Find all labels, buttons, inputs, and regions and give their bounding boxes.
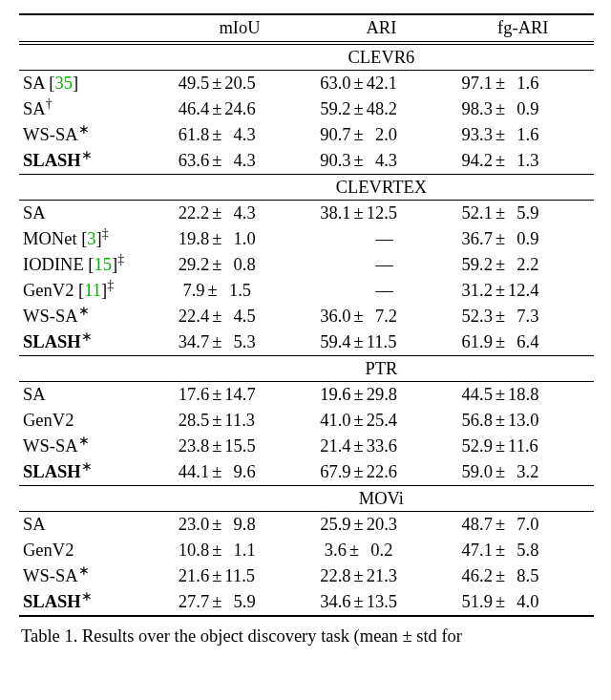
table-row: SLASH∗44.1± 9.667.9±22.659.0± 3.2 — [19, 459, 594, 486]
table-row: SA†46.4±24.659.2±48.298.3± 0.9 — [19, 96, 594, 122]
table-row: GenV2 [11]‡ 7.9± 1.5—31.2±12.4 — [19, 278, 594, 304]
section-header: CLEVR6 — [19, 45, 594, 71]
table-cell: 59.2± 2.2 — [453, 252, 594, 278]
section-header: MOVi — [19, 486, 594, 512]
method-name: GenV2 — [19, 408, 169, 434]
table-cell: 34.7± 5.3 — [169, 329, 310, 356]
table-cell: — — [310, 226, 452, 252]
table-cell: 22.4± 4.5 — [169, 304, 310, 329]
method-name: SA — [19, 512, 169, 539]
table-cell: 25.9±20.3 — [310, 512, 452, 539]
table-row: GenV210.8± 1.1 3.6± 0.247.1± 5.8 — [19, 538, 594, 563]
table-cell: 48.7± 7.0 — [453, 512, 594, 539]
table-row: SLASH∗27.7± 5.934.6±13.551.9± 4.0 — [19, 589, 594, 616]
method-name: MONet [3]‡ — [19, 226, 169, 252]
table-cell: 59.0± 3.2 — [453, 459, 594, 486]
table-row: WS-SA∗22.4± 4.536.0± 7.252.3± 7.3 — [19, 304, 594, 329]
table-cell: 51.9± 4.0 — [453, 589, 594, 616]
table-cell: 44.5±18.8 — [453, 382, 594, 409]
table-cell: 98.3± 0.9 — [453, 96, 594, 122]
table-cell: 90.7± 2.0 — [310, 122, 452, 148]
table-cell: — — [310, 278, 452, 304]
table-cell: 44.1± 9.6 — [169, 459, 310, 486]
citation-ref[interactable]: 11 — [84, 281, 101, 300]
method-name: SLASH∗ — [19, 589, 169, 616]
col-fgari: fg-ARI — [453, 14, 594, 42]
table-cell: 59.4±11.5 — [310, 329, 452, 356]
col-ari: ARI — [310, 14, 452, 42]
table-cell: 22.2± 4.3 — [169, 201, 310, 227]
table-cell: 19.6±29.8 — [310, 382, 452, 409]
table-row: SA22.2± 4.338.1±12.552.1± 5.9 — [19, 201, 594, 227]
table-cell: 90.3± 4.3 — [310, 148, 452, 175]
method-name: SLASH∗ — [19, 459, 169, 486]
table-cell: 46.4±24.6 — [169, 96, 310, 122]
method-name: GenV2 [11]‡ — [19, 278, 169, 304]
table-cell: 63.6± 4.3 — [169, 148, 310, 175]
table-cell: 7.9± 1.5 — [169, 278, 310, 304]
table-row: SLASH∗34.7± 5.359.4±11.561.9± 6.4 — [19, 329, 594, 356]
caption-text: Results over the object discovery task (… — [82, 626, 462, 646]
table-cell: 59.2±48.2 — [310, 96, 452, 122]
table-cell: 94.2± 1.3 — [453, 148, 594, 175]
table-cell: — — [310, 252, 452, 278]
method-name: WS-SA∗ — [19, 304, 169, 329]
table-cell: 19.8± 1.0 — [169, 226, 310, 252]
table-row: SA17.6±14.719.6±29.844.5±18.8 — [19, 382, 594, 409]
method-name: SLASH∗ — [19, 148, 169, 175]
method-name: WS-SA∗ — [19, 434, 169, 459]
table-cell: 56.8±13.0 — [453, 408, 594, 434]
results-table: mIoU ARI fg-ARI CLEVR6SA [35]49.5±20.563… — [19, 13, 594, 617]
section-header: PTR — [19, 356, 594, 382]
citation-ref[interactable]: 3 — [87, 229, 95, 248]
table-row: MONet [3]‡19.8± 1.0—36.7± 0.9 — [19, 226, 594, 252]
table-cell: 21.4±33.6 — [310, 434, 452, 459]
table-cell: 17.6±14.7 — [169, 382, 310, 409]
table-cell: 61.8± 4.3 — [169, 122, 310, 148]
table-cell: 34.6±13.5 — [310, 589, 452, 616]
table-cell: 41.0±25.4 — [310, 408, 452, 434]
method-name: SA [35] — [19, 71, 169, 97]
table-cell: 63.0±42.1 — [310, 71, 452, 97]
method-name: WS-SA∗ — [19, 122, 169, 148]
table-caption: Table 1. Results over the object discove… — [19, 617, 594, 648]
table-row: SA23.0± 9.825.9±20.348.7± 7.0 — [19, 512, 594, 539]
table-row: SLASH∗63.6± 4.390.3± 4.394.2± 1.3 — [19, 148, 594, 175]
citation-ref[interactable]: 35 — [54, 74, 73, 93]
table-row: GenV228.5±11.341.0±25.456.8±13.0 — [19, 408, 594, 434]
table-cell: 67.9±22.6 — [310, 459, 452, 486]
table-cell: 10.8± 1.1 — [169, 538, 310, 563]
header-row: mIoU ARI fg-ARI — [19, 14, 594, 42]
table-cell: 27.7± 5.9 — [169, 589, 310, 616]
caption-prefix: Table 1. — [21, 626, 77, 646]
method-name: GenV2 — [19, 538, 169, 563]
table-cell: 52.3± 7.3 — [453, 304, 594, 329]
table-cell: 49.5±20.5 — [169, 71, 310, 97]
table-row: WS-SA∗23.8±15.521.4±33.652.9±11.6 — [19, 434, 594, 459]
table-row: SA [35]49.5±20.563.0±42.197.1± 1.6 — [19, 71, 594, 97]
table-row: WS-SA∗21.6±11.522.8±21.346.2± 8.5 — [19, 563, 594, 589]
citation-ref[interactable]: 15 — [95, 255, 113, 274]
table-cell: 52.1± 5.9 — [453, 201, 594, 227]
table-cell: 21.6±11.5 — [169, 563, 310, 589]
table-row: IODINE [15]‡29.2± 0.8—59.2± 2.2 — [19, 252, 594, 278]
method-name: WS-SA∗ — [19, 563, 169, 589]
table-cell: 61.9± 6.4 — [453, 329, 594, 356]
method-name: SA — [19, 382, 169, 409]
table-cell: 97.1± 1.6 — [453, 71, 594, 97]
table-cell: 46.2± 8.5 — [453, 563, 594, 589]
table-cell: 52.9±11.6 — [453, 434, 594, 459]
table-cell: 38.1±12.5 — [310, 201, 452, 227]
table-cell: 36.7± 0.9 — [453, 226, 594, 252]
table-cell: 23.0± 9.8 — [169, 512, 310, 539]
col-miou: mIoU — [169, 14, 310, 42]
method-name: SA† — [19, 96, 169, 122]
table-cell: 23.8±15.5 — [169, 434, 310, 459]
table-row: WS-SA∗61.8± 4.390.7± 2.093.3± 1.6 — [19, 122, 594, 148]
method-name: IODINE [15]‡ — [19, 252, 169, 278]
section-header: CLEVRTEX — [19, 175, 594, 201]
table-cell: 93.3± 1.6 — [453, 122, 594, 148]
table-cell: 22.8±21.3 — [310, 563, 452, 589]
table-cell: 28.5±11.3 — [169, 408, 310, 434]
method-name: SLASH∗ — [19, 329, 169, 356]
